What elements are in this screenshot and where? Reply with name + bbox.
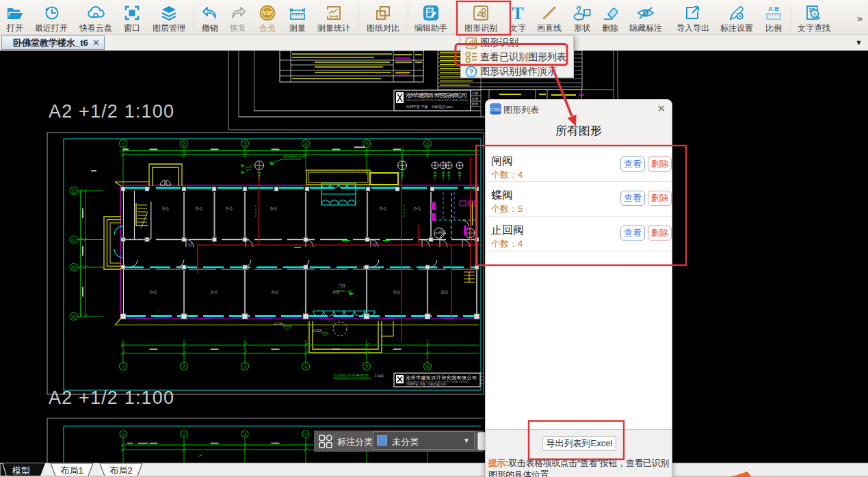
svg-text:办公: 办公 xyxy=(150,290,158,294)
svg-text:印阿甲苏 平面 印刷信息.com: 印阿甲苏 平面 印刷信息.com xyxy=(406,105,453,109)
svg-text:办公: 办公 xyxy=(380,206,388,210)
svg-text:A: A xyxy=(72,314,75,319)
svg-text:3: 3 xyxy=(244,141,246,146)
svg-text:C: C xyxy=(72,237,75,242)
svg-text:印阿甲苏 平面 印刷信息.com: 印阿甲苏 平面 印刷信息.com xyxy=(406,382,447,386)
svg-text:首层给排水平面图: 首层给排水平面图 xyxy=(333,373,369,379)
svg-text:2: 2 xyxy=(183,364,185,369)
svg-text:?: ? xyxy=(469,68,473,76)
svg-text:模型: 模型 xyxy=(12,465,30,476)
svg-text:办公: 办公 xyxy=(272,290,280,294)
svg-text:A:B: A:B xyxy=(768,5,779,12)
svg-text:办公: 办公 xyxy=(414,206,422,210)
svg-text:门厅: 门厅 xyxy=(339,284,347,288)
svg-text:VIP: VIP xyxy=(263,10,272,16)
svg-text:布局1: 布局1 xyxy=(60,465,83,476)
svg-text:接1#楼给水管: 接1#楼给水管 xyxy=(283,154,306,159)
svg-text:CANGZHOU INSTITUTE OF ARCHITEC: CANGZHOU INSTITUTE OF ARCHITECTURAL DESI… xyxy=(406,99,469,102)
svg-text:1:100: 1:100 xyxy=(375,374,384,378)
svg-text:办公: 办公 xyxy=(270,206,278,210)
svg-text:A: A xyxy=(813,11,817,17)
svg-text:3: 3 xyxy=(244,364,246,369)
svg-text:6: 6 xyxy=(426,141,429,146)
svg-text:2: 2 xyxy=(183,432,185,437)
svg-text:1: 1 xyxy=(122,141,124,146)
svg-text:A2 +1/2 1:100: A2 +1/2 1:100 xyxy=(49,387,174,408)
svg-text:CAD: CAD xyxy=(490,107,501,112)
svg-text:1: 1 xyxy=(122,432,124,437)
svg-text:办公: 办公 xyxy=(226,206,234,210)
svg-text:3: 3 xyxy=(244,432,246,437)
svg-text:6: 6 xyxy=(426,364,429,369)
svg-text:办公: 办公 xyxy=(332,290,341,294)
svg-text:B: B xyxy=(72,265,75,270)
svg-text:T: T xyxy=(512,5,523,21)
svg-text:沧州市建筑设计研究院有限公司: 沧州市建筑设计研究院有限公司 xyxy=(406,374,477,381)
svg-text:5: 5 xyxy=(365,141,368,146)
svg-text:1: 1 xyxy=(122,364,124,369)
svg-text:日期: 日期 xyxy=(472,92,479,95)
svg-text:4: 4 xyxy=(304,364,307,369)
svg-text:办公: 办公 xyxy=(393,290,402,294)
svg-text:-0.020: -0.020 xyxy=(312,329,321,333)
svg-text:沧州市建筑设计研究院有限公司: 沧州市建筑设计研究院有限公司 xyxy=(405,92,467,98)
svg-text:办公: 办公 xyxy=(196,206,204,210)
svg-text:办公: 办公 xyxy=(441,290,449,294)
svg-text:A2 +1/2 1:100: A2 +1/2 1:100 xyxy=(49,101,174,122)
svg-text:办公: 办公 xyxy=(439,229,447,233)
svg-text:D: D xyxy=(72,189,75,193)
svg-text:4: 4 xyxy=(304,432,307,437)
svg-text:布局2: 布局2 xyxy=(109,465,132,476)
svg-text:办公: 办公 xyxy=(162,206,170,210)
svg-text:4: 4 xyxy=(304,141,307,146)
svg-text:CAD: CAD xyxy=(425,10,433,14)
svg-text:图号: 图号 xyxy=(472,103,479,106)
svg-text:办公: 办公 xyxy=(211,290,219,294)
svg-text:-0.150: -0.150 xyxy=(274,322,283,326)
svg-text:2: 2 xyxy=(183,141,185,146)
svg-text:5: 5 xyxy=(365,364,368,369)
